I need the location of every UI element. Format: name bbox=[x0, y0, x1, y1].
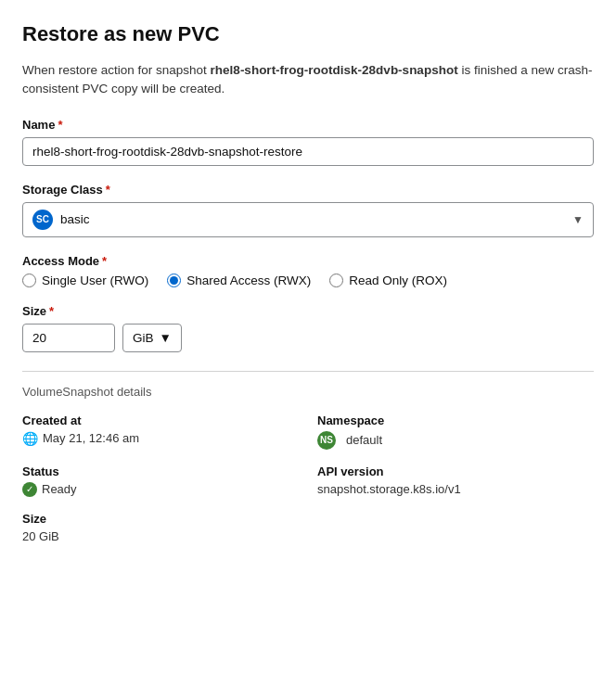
name-input[interactable] bbox=[22, 137, 594, 166]
radio-rwx[interactable] bbox=[167, 274, 181, 287]
globe-icon: 🌐 bbox=[22, 431, 38, 446]
created-at-label: Created at bbox=[22, 414, 299, 427]
size-row: GiB ▼ bbox=[22, 324, 594, 352]
unit-select[interactable]: GiB ▼ bbox=[122, 324, 182, 352]
snapshot-section-title: VolumeSnapshot details bbox=[22, 385, 594, 399]
created-at-item: Created at 🌐 May 21, 12:46 am bbox=[22, 414, 299, 450]
page-description: When restore action for snapshot rhel8-s… bbox=[22, 61, 594, 99]
access-mode-radio-group: Single User (RWO) Shared Access (RWX) Re… bbox=[22, 274, 594, 287]
storage-class-value: basic bbox=[60, 212, 572, 226]
access-mode-required-star: * bbox=[102, 254, 107, 268]
api-version-label: API version bbox=[317, 465, 594, 478]
storage-class-required-star: * bbox=[106, 183, 110, 197]
name-required-star: * bbox=[58, 118, 62, 132]
access-mode-field-group: Access Mode * Single User (RWO) Shared A… bbox=[22, 254, 594, 287]
namespace-label: Namespace bbox=[317, 414, 594, 427]
radio-rwo-label: Single User (RWO) bbox=[42, 274, 148, 287]
namespace-value: NS default bbox=[317, 431, 594, 450]
section-divider bbox=[22, 371, 594, 372]
snapshot-size-label: Size bbox=[22, 512, 299, 526]
status-label: Status bbox=[22, 465, 299, 478]
snapshot-details-section: VolumeSnapshot details Created at 🌐 May … bbox=[22, 385, 594, 543]
radio-rwo[interactable] bbox=[22, 274, 36, 287]
unit-value: GiB bbox=[133, 331, 154, 345]
description-prefix: When restore action for snapshot bbox=[22, 63, 211, 77]
sc-badge: SC bbox=[32, 210, 53, 230]
api-version-value: snapshot.storage.k8s.io/v1 bbox=[317, 482, 594, 496]
unit-chevron-icon: ▼ bbox=[160, 331, 172, 345]
created-at-value: 🌐 May 21, 12:46 am bbox=[22, 431, 299, 446]
access-mode-rwx[interactable]: Shared Access (RWX) bbox=[167, 274, 311, 287]
size-field-group: Size * GiB ▼ bbox=[22, 304, 594, 352]
snapshot-size-item: Size 20 GiB bbox=[22, 512, 299, 543]
snapshot-size-value: 20 GiB bbox=[22, 529, 299, 543]
radio-rwx-label: Shared Access (RWX) bbox=[186, 274, 311, 287]
ns-badge: NS bbox=[317, 431, 336, 450]
storage-class-field-group: Storage Class * SC basic ▼ bbox=[22, 183, 594, 237]
api-version-item: API version snapshot.storage.k8s.io/v1 bbox=[317, 465, 594, 497]
access-mode-rwo[interactable]: Single User (RWO) bbox=[22, 274, 148, 287]
size-label: Size * bbox=[22, 304, 594, 318]
name-label: Name * bbox=[22, 118, 594, 132]
access-mode-label: Access Mode * bbox=[22, 254, 594, 268]
chevron-down-icon: ▼ bbox=[572, 213, 584, 226]
details-grid: Created at 🌐 May 21, 12:46 am Namespace … bbox=[22, 414, 594, 543]
access-mode-rox[interactable]: Read Only (ROX) bbox=[329, 274, 447, 287]
snapshot-name-bold: rhel8-short-frog-rootdisk-28dvb-snapshot bbox=[211, 63, 458, 77]
status-item: Status ✓ Ready bbox=[22, 465, 299, 497]
page-title: Restore as new PVC bbox=[22, 22, 594, 46]
status-check-icon: ✓ bbox=[22, 482, 37, 497]
size-input[interactable] bbox=[22, 324, 115, 352]
status-value: ✓ Ready bbox=[22, 482, 299, 497]
namespace-item: Namespace NS default bbox=[317, 414, 594, 450]
storage-class-select[interactable]: SC basic ▼ bbox=[22, 202, 594, 237]
radio-rox-label: Read Only (ROX) bbox=[349, 274, 447, 287]
radio-rox[interactable] bbox=[329, 274, 343, 287]
size-required-star: * bbox=[49, 304, 54, 318]
storage-class-label: Storage Class * bbox=[22, 183, 594, 197]
name-field-group: Name * bbox=[22, 118, 594, 166]
